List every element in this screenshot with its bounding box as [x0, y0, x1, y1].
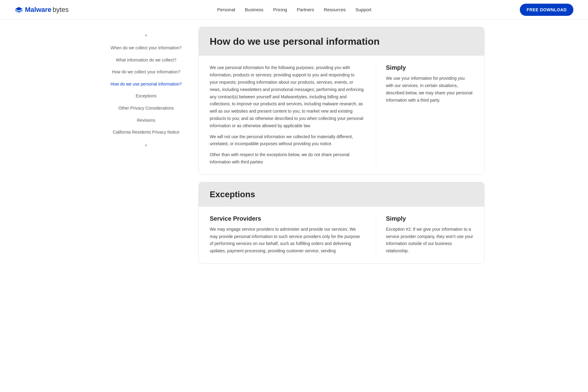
sidebar-item-how-use[interactable]: How do we use personal information?	[108, 78, 184, 90]
use-section-header: How do we use personal information	[199, 27, 484, 56]
use-simply-text: We use your information for providing yo…	[386, 75, 473, 104]
exceptions-section-header: Exceptions	[199, 182, 484, 207]
sidebar-item-when-collect[interactable]: When do we collect your information?	[108, 42, 184, 54]
exceptions-section-body: Service Providers We may engage service …	[199, 207, 484, 263]
nav-partners[interactable]: Partners	[297, 7, 314, 12]
use-body-text-1: We use personal information for the foll…	[210, 64, 364, 129]
sidebar-item-california[interactable]: California Residents Privacy Notice	[110, 126, 182, 138]
sidebar-item-how-collect[interactable]: How do we collect your information?	[110, 66, 183, 78]
nav-personal[interactable]: Personal	[217, 7, 235, 12]
sidebar-item-exceptions[interactable]: Exceptions	[133, 90, 159, 102]
nav-pricing[interactable]: Pricing	[273, 7, 287, 12]
sidebar-scroll-down[interactable]	[103, 142, 189, 149]
nav-resources[interactable]: Resources	[324, 7, 346, 12]
nav-support[interactable]: Support	[355, 7, 372, 12]
use-section-title: How do we use personal information	[210, 36, 473, 47]
nav-business[interactable]: Business	[245, 7, 264, 12]
use-body-right: Simply We use your information for provi…	[376, 64, 473, 166]
logo[interactable]: Malwarebytes	[15, 6, 68, 14]
exceptions-section-title: Exceptions	[210, 190, 473, 199]
logo-bytes: bytes	[53, 6, 69, 14]
sidebar-item-other-privacy[interactable]: Other Privacy Considerations	[116, 102, 176, 114]
service-providers-title: Service Providers	[210, 215, 364, 222]
free-download-button[interactable]: FREE DOWNLOAD	[520, 4, 573, 16]
exceptions-body-right: Simply Exception #2: If we give your inf…	[376, 215, 473, 255]
exceptions-section-card: Exceptions Service Providers We may enga…	[198, 182, 485, 264]
sidebar: When do we collect your information? Wha…	[103, 27, 189, 264]
use-simply-title: Simply	[386, 64, 473, 71]
sidebar-item-revisions[interactable]: Revisions	[135, 114, 158, 127]
logo-malware: Malware	[25, 6, 51, 14]
exceptions-body-text-1: We may engage service providers to admin…	[210, 226, 364, 255]
main-nav: Personal Business Pricing Partners Resou…	[217, 7, 371, 12]
exceptions-simply-text: Exception #2: If we give your informatio…	[386, 226, 473, 255]
sidebar-scroll-up[interactable]	[103, 32, 189, 38]
exceptions-body-left: Service Providers We may engage service …	[210, 215, 376, 255]
sidebar-item-what-collect[interactable]: What information do we collect?	[114, 54, 179, 66]
sidebar-nav: When do we collect your information? Wha…	[103, 38, 189, 142]
use-body-text-3: Other than with respect to the exception…	[210, 151, 364, 166]
main-content: How do we use personal information We us…	[198, 27, 485, 264]
use-section-body: We use personal information for the foll…	[199, 56, 484, 174]
use-section-card: How do we use personal information We us…	[198, 27, 485, 175]
malwarebytes-logo-icon	[15, 6, 23, 13]
use-body-left: We use personal information for the foll…	[210, 64, 376, 166]
use-body-text-2: We will not use the personal information…	[210, 133, 364, 148]
exceptions-simply-title: Simply	[386, 215, 473, 222]
